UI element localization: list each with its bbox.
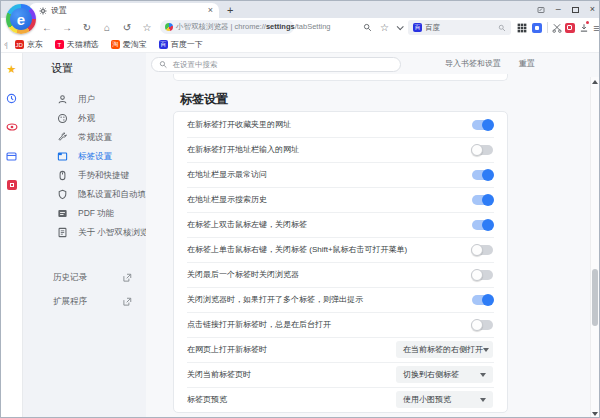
forward-icon[interactable]: → (60, 18, 74, 37)
sidebar-item-label: 隐私设置和自动填充 (78, 189, 155, 201)
collapse-bookmarks-icon[interactable]: ‹| (4, 40, 7, 49)
sidebar-item-tab[interactable]: 标签设置 (23, 147, 146, 166)
side-strip: ★ (1, 53, 23, 418)
dropdown-select[interactable]: 切换到右侧标签 (396, 366, 493, 383)
user-icon (57, 94, 68, 105)
browser-tab-settings[interactable]: 设置 × (29, 3, 219, 18)
setting-row: 在地址栏显示最常访问 (174, 162, 507, 187)
chevron-down-icon[interactable] (397, 18, 402, 37)
settings-search-box[interactable] (151, 57, 401, 72)
setting-label: 关闭浏览器时，如果打开了多个标签，则弹出提示 (187, 294, 472, 305)
bookmarks-bar: ‹| JD京东T天猫精选淘爱淘宝百百度一下 (1, 37, 599, 53)
toggle-switch[interactable] (472, 145, 493, 155)
sidebar-item-info[interactable]: 关于 小智双核浏览器 (23, 223, 146, 242)
reload-icon[interactable]: ↻ (80, 18, 94, 37)
url-text: 小智双核浏览器 | chrome://settings/tabSetting (176, 22, 331, 32)
scroll-down-arrow[interactable] (592, 412, 598, 416)
setting-row: 关闭最后一个标签时关闭浏览器 (174, 262, 507, 287)
back-icon[interactable]: ← (40, 18, 54, 37)
site-favicon (165, 23, 173, 31)
dropdown-select[interactable]: 在当前标签的右侧打开 (396, 341, 493, 358)
favorites-star-icon[interactable]: ★ (6, 63, 18, 75)
toggle-switch[interactable] (472, 270, 493, 280)
bookmark-item[interactable]: 百百度一下 (159, 39, 203, 50)
bookmark-item[interactable]: JD京东 (15, 39, 43, 50)
toggle-switch[interactable] (472, 295, 493, 305)
sidebar-item-wrench[interactable]: 常规设置 (23, 128, 146, 147)
red-app-icon[interactable] (6, 179, 18, 191)
menu-icon[interactable]: ≡ (590, 18, 600, 37)
toggle-switch[interactable] (472, 120, 493, 130)
history-clock-icon[interactable] (6, 92, 18, 104)
sidebar-item-shield[interactable]: 隐私设置和自动填充 (23, 185, 146, 204)
bookmark-item[interactable]: T天猫精选 (55, 39, 99, 50)
sidebar-item-user[interactable]: 用户 (23, 90, 146, 109)
maximize-button[interactable] (572, 7, 579, 13)
sidebar-item-appearance[interactable]: 外观 (23, 109, 146, 128)
toggle-switch[interactable] (472, 320, 493, 330)
bookmark-label: 京东 (27, 39, 43, 50)
setting-label: 在地址栏显示最常访问 (187, 169, 472, 180)
restore-tab-icon[interactable]: ↺ (120, 18, 134, 37)
sidebar-item-mouse[interactable]: 手势和快捷键 (23, 166, 146, 185)
toggle-switch[interactable] (472, 195, 493, 205)
dropdown-arrow-icon (480, 373, 486, 377)
extension-red-icon[interactable] (563, 18, 576, 37)
bookmark-favicon: 淘 (111, 40, 120, 49)
bookmark-item[interactable]: 淘爱淘宝 (111, 39, 147, 50)
tab-icon (57, 151, 68, 162)
apps-grid-icon[interactable] (515, 18, 528, 37)
bookmark-favicon: T (55, 40, 64, 49)
eye-icon[interactable] (6, 121, 18, 133)
sidebar-item-label: 手势和快捷键 (78, 170, 129, 182)
pdf-icon (57, 208, 68, 219)
settings-search-input[interactable] (172, 60, 393, 69)
close-window-button[interactable]: × (590, 5, 595, 14)
address-bar[interactable]: 小智双核浏览器 | chrome://settings/tabSetting (160, 20, 294, 34)
previous-section-card-bottom (173, 74, 508, 81)
toggle-switch[interactable] (472, 170, 493, 180)
sidebar-item-label: PDF 功能 (78, 208, 114, 220)
download-icon[interactable] (577, 18, 590, 37)
browser-logo-icon: e (6, 4, 36, 34)
baidu-icon: 百 (413, 23, 422, 32)
search-engine-box[interactable]: 百 百度 (408, 20, 511, 35)
sidebar-link[interactable]: 历史记录 (23, 266, 146, 290)
tab-settings-card: 在新标签打开收藏夹里的网址在新标签打开地址栏输入的网址在地址栏显示最常访问在地址… (173, 111, 508, 413)
settings-nav-links: 历史记录扩展程序 (23, 266, 146, 314)
extension-blue-icon[interactable] (530, 18, 543, 37)
bookmark-label: 天猫精选 (67, 39, 99, 50)
home-icon[interactable]: ⌂ (100, 18, 114, 37)
new-tab-button[interactable]: + (227, 4, 233, 17)
sidebar-item-pdf[interactable]: PDF 功能 (23, 204, 146, 223)
search-icon[interactable] (498, 24, 506, 32)
scrollbar[interactable] (590, 77, 599, 418)
reset-button[interactable]: 重置 (519, 58, 535, 69)
setting-label: 关闭最后一个标签时关闭浏览器 (187, 269, 472, 280)
setting-row: 在标签上双击鼠标左键，关闭标签 (174, 212, 507, 237)
search-icon (159, 60, 167, 69)
feedback-icon[interactable] (537, 6, 545, 14)
shield-icon (57, 189, 68, 200)
dropdown-value: 使用小图预览 (403, 394, 480, 405)
wallet-card-icon[interactable] (6, 150, 18, 162)
tab-close-icon[interactable]: × (208, 6, 213, 15)
settings-nav-items: 用户外观常规设置标签设置手势和快捷键隐私设置和自动填充PDF 功能关于 小智双核… (23, 90, 146, 242)
toggle-switch[interactable] (472, 245, 493, 255)
dropdown-select[interactable]: 使用小图预览 (396, 391, 493, 408)
sidebar-link[interactable]: 扩展程序 (23, 290, 146, 314)
bookmark-page-star-icon[interactable]: ☆ (380, 18, 389, 37)
scroll-up-arrow[interactable] (592, 80, 598, 84)
setting-label: 在标签上单击鼠标右键，关闭标签 (Shift+鼠标右击可打开菜单) (187, 244, 472, 255)
screenshot-scissors-icon[interactable] (550, 18, 563, 37)
import-bookmarks-button[interactable]: 导入书签和设置 (445, 58, 501, 69)
setting-row: 在地址栏显示搜索历史 (174, 187, 507, 212)
sidebar-item-label: 用户 (78, 94, 95, 106)
favorite-star-icon[interactable]: ☆ (140, 18, 154, 37)
zoom-icon[interactable] (363, 18, 372, 37)
settings-title: 设置 (23, 61, 146, 76)
minimize-button[interactable]: – (556, 5, 561, 14)
toggle-switch[interactable] (472, 220, 493, 230)
download-badge (586, 21, 589, 24)
scrollbar-thumb[interactable] (592, 269, 598, 326)
